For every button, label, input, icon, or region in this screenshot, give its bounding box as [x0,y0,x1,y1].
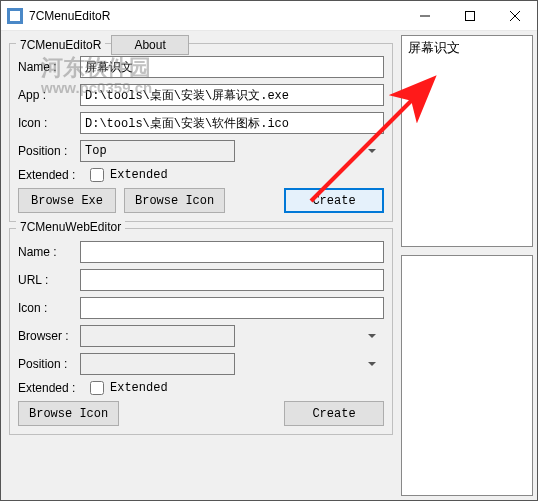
web-browser-label: Browser : [18,329,80,343]
browse-exe-button[interactable]: Browse Exe [18,188,116,213]
name-input[interactable] [80,56,384,78]
web-extended-checkbox-label: Extended [110,381,168,395]
web-editor-group: 7CMenuWebEditor Name : URL : Icon : Brow… [9,228,393,435]
web-browser-select[interactable] [80,325,235,347]
window-title: 7CMenuEditoR [29,9,402,23]
minimize-button[interactable] [402,1,447,31]
web-extended-checkbox[interactable] [90,381,104,395]
web-url-input[interactable] [80,269,384,291]
web-icon-input[interactable] [80,297,384,319]
left-pane: 7CMenuEditoR About Name : App : Icon : P… [1,31,401,500]
create-button[interactable]: Create [284,188,384,213]
web-position-select[interactable] [80,353,235,375]
app-icon [7,8,23,24]
icon-label: Icon : [18,116,80,130]
web-name-label: Name : [18,245,80,259]
maximize-button[interactable] [447,1,492,31]
extended-checkbox-label: Extended [110,168,168,182]
web-browse-icon-button[interactable]: Browse Icon [18,401,119,426]
position-select[interactable] [80,140,235,162]
menu-editor-group: 7CMenuEditoR About Name : App : Icon : P… [9,43,393,222]
extended-label: Extended : [18,168,90,182]
right-pane: 屏幕识文 [401,31,537,500]
browse-icon-button[interactable]: Browse Icon [124,188,225,213]
name-label: Name : [18,60,80,74]
close-button[interactable] [492,1,537,31]
app-window: 7CMenuEditoR 7CMenuEditoR About Name : [0,0,538,501]
titlebar: 7CMenuEditoR [1,1,537,31]
extended-checkbox[interactable] [90,168,104,182]
svg-rect-1 [465,11,474,20]
body: 7CMenuEditoR About Name : App : Icon : P… [1,31,537,500]
web-icon-label: Icon : [18,301,80,315]
icon-input[interactable] [80,112,384,134]
web-url-label: URL : [18,273,80,287]
about-button[interactable]: About [111,35,188,55]
web-name-input[interactable] [80,241,384,263]
app-label: App : [18,88,80,102]
app-input[interactable] [80,84,384,106]
web-menu-list[interactable] [401,255,533,496]
position-label: Position : [18,144,80,158]
menu-list[interactable]: 屏幕识文 [401,35,533,247]
menu-editor-legend: 7CMenuEditoR [16,38,105,52]
web-extended-label: Extended : [18,381,90,395]
web-editor-legend: 7CMenuWebEditor [16,220,125,234]
web-create-button[interactable]: Create [284,401,384,426]
web-position-label: Position : [18,357,80,371]
list-item[interactable]: 屏幕识文 [402,36,532,60]
